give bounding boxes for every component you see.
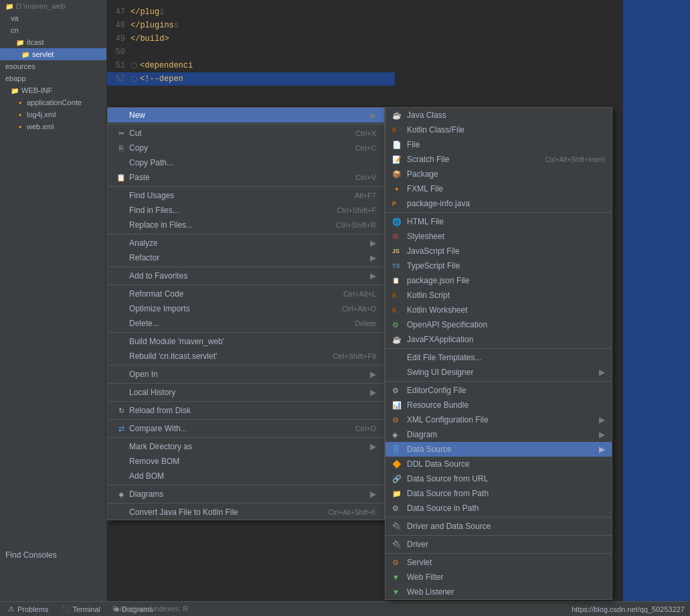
driver-icon: 🔌 xyxy=(392,540,404,549)
submenu-xml-config[interactable]: ⚙ XML Configuration File ▶ xyxy=(385,412,612,427)
menu-item-paste[interactable]: 📋 Paste Ctrl+V xyxy=(108,170,384,185)
ide-background: 📁 D:\maven_web va cn 📁 itcast 📁 servlet … xyxy=(0,0,690,616)
submenu-editorconfig[interactable]: ⚙ EditorConfig File xyxy=(385,383,612,398)
submenu-sep-3 xyxy=(385,381,612,382)
menu-item-rebuild[interactable]: Rebuild 'cn.itcast.servlet' Ctrl+Shift+F… xyxy=(108,349,384,364)
submenu-package-info[interactable]: P package-info.java xyxy=(385,196,612,211)
problems-tab[interactable]: ⚠ Problems xyxy=(5,603,51,615)
menu-item-copypath[interactable]: Copy Path... xyxy=(108,155,384,170)
menu-item-refactor[interactable]: Refactor ▶ xyxy=(108,250,384,265)
left-panel-cn[interactable]: cn xyxy=(0,24,106,36)
menu-item-buildmodule[interactable]: Build Module 'maven_web' xyxy=(108,334,384,349)
submenu-html[interactable]: 🌐 HTML File xyxy=(385,214,612,229)
menu-item-reformat[interactable]: Reformat Code Ctrl+Alt+L xyxy=(108,287,384,301)
menu-separator-2 xyxy=(108,186,384,187)
submenu-edit-templates[interactable]: Edit File Templates... xyxy=(385,350,612,365)
html-icon: 🌐 xyxy=(392,218,404,226)
left-panel-root[interactable]: 📁 D:\maven_web xyxy=(0,0,106,12)
left-panel-va[interactable]: va xyxy=(0,12,106,24)
left-panel-servlet[interactable]: 📁 servlet xyxy=(0,48,106,60)
submenu-kotlin-worksheet[interactable]: K Kotlin Worksheet xyxy=(385,303,612,317)
menu-item-cut[interactable]: ✂ Cut Ctrl+X xyxy=(108,126,384,141)
menu-item-optimizeimports[interactable]: Optimize Imports Ctrl+Alt+O xyxy=(108,301,384,316)
submenu-stylesheet[interactable]: ⚙ Stylesheet xyxy=(385,229,612,244)
left-panel-webxml[interactable]: 🔸 web.xml xyxy=(0,121,106,133)
submenu-servlet[interactable]: ⚙ Servlet xyxy=(385,555,612,570)
menu-item-convertjava[interactable]: Convert Java File to Kotlin File Ctrl+Al… xyxy=(108,505,384,520)
left-panel: 📁 D:\maven_web va cn 📁 itcast 📁 servlet … xyxy=(0,0,107,616)
submenu-ddl[interactable]: 🔶 DDL Data Source xyxy=(385,457,612,471)
menu-item-new[interactable]: New ▶ xyxy=(108,108,384,123)
submenu-openapi[interactable]: ⚙ OpenAPI Specification xyxy=(385,317,612,332)
submenu-driver[interactable]: 🔌 Driver xyxy=(385,537,612,552)
submenu-package[interactable]: 📦 Package xyxy=(385,167,612,181)
javafx-icon: ☕ xyxy=(392,335,404,344)
left-panel-appcontext[interactable]: 🔸 applicationConte xyxy=(0,96,106,108)
java-class-icon: ☕ xyxy=(392,111,404,120)
submenu-web-filter[interactable]: ▼ Web Filter xyxy=(385,570,612,585)
context-menu: New ▶ ✂ Cut Ctrl+X ⎘ Copy Ctrl+C Copy Pa… xyxy=(107,107,385,520)
left-panel-itcast[interactable]: 📁 itcast xyxy=(0,36,106,48)
terminal-tab[interactable]: ⬛ Terminal xyxy=(59,604,103,615)
paste-icon: 📋 xyxy=(116,173,126,182)
code-line-51: 51 ⬡ <dependenci xyxy=(107,59,395,72)
code-line-52: 52 ⬡ <!--depen xyxy=(107,72,395,86)
submenu-js[interactable]: JS JavaScript File xyxy=(385,244,612,258)
menu-item-addbom[interactable]: Add BOM xyxy=(108,469,384,483)
submenu-ds-in-path[interactable]: ⚙ Data Source in Path xyxy=(385,501,612,516)
menu-item-markdirectoryas[interactable]: Mark Directory as ▶ xyxy=(108,439,384,454)
find-consoles-label: Find Consoles xyxy=(0,548,62,562)
submenu-sep-1 xyxy=(385,212,612,213)
driverds-icon: 🔌 xyxy=(392,522,404,531)
submenu-ds-from-url[interactable]: 🔗 Data Source from URL xyxy=(385,471,612,486)
submenu-web-listener[interactable]: ▼ Web Listener xyxy=(385,585,612,599)
menu-item-replaceinfiles[interactable]: Replace in Files... Ctrl+Shift+R xyxy=(108,218,384,232)
menu-item-delete[interactable]: Delete... Delete xyxy=(108,316,384,331)
submenu-ts[interactable]: TS TypeScript File xyxy=(385,258,612,273)
submenu-kotlin-script[interactable]: K Kotlin Script xyxy=(385,288,612,303)
submenu-javafx[interactable]: ☕ JavaFXApplication xyxy=(385,332,612,347)
menu-item-diagrams[interactable]: ◈ Diagrams ▶ xyxy=(108,487,384,502)
menu-item-findusages[interactable]: Find Usages Alt+F7 xyxy=(108,188,384,203)
menu-item-reloadfromdisk[interactable]: ↻ Reload from Disk xyxy=(108,403,384,418)
submenu-sep-2 xyxy=(385,348,612,349)
js-icon: JS xyxy=(392,248,404,254)
submenu-scratch-file[interactable]: 📝 Scratch File Ctrl+Alt+Shift+Insert xyxy=(385,152,612,167)
submenu-file[interactable]: 📄 File xyxy=(385,137,612,152)
dspath-icon: 📁 xyxy=(392,489,404,498)
menu-item-removebom[interactable]: Remove BOM xyxy=(108,454,384,469)
menu-item-addtofavorites[interactable]: Add to Favorites ▶ xyxy=(108,268,384,283)
menu-item-analyze[interactable]: Analyze ▶ xyxy=(108,236,384,250)
terminal-icon: ⬛ xyxy=(62,605,70,613)
submenu-kotlin-class[interactable]: K Kotlin Class/File xyxy=(385,123,612,137)
menu-item-findinfiles[interactable]: Find in Files... Ctrl+Shift+F xyxy=(108,203,384,218)
menu-item-localhistory[interactable]: Local History ▶ xyxy=(108,385,384,400)
submenu-ds-from-path[interactable]: 📁 Data Source from Path xyxy=(385,486,612,501)
scratch-icon: 📝 xyxy=(392,155,404,164)
reload-icon: ↻ xyxy=(116,406,126,415)
submenu-driver-and-ds[interactable]: 🔌 Driver and Data Source xyxy=(385,519,612,534)
menu-item-openin[interactable]: Open In ▶ xyxy=(108,367,384,382)
submenu-diagram[interactable]: ◈ Diagram ▶ xyxy=(385,427,612,442)
submenu-java-class[interactable]: ☕ Java Class xyxy=(385,108,612,123)
left-panel-log4j[interactable]: 🔸 log4j.xml xyxy=(0,108,106,121)
submenu-sep-4 xyxy=(385,517,612,518)
status-url: https://blog.csdn.net/qq_50253227 xyxy=(572,605,685,613)
left-panel-webinf[interactable]: 📁 WEB-INF xyxy=(0,84,106,96)
submenu-json[interactable]: 📋 package.json File xyxy=(385,273,612,288)
weblistener-icon: ▼ xyxy=(392,588,404,596)
submenu-resourcebundle[interactable]: 📊 Resource Bundle xyxy=(385,398,612,412)
left-panel-resources[interactable]: esources xyxy=(0,60,106,72)
code-line-50: 50 xyxy=(107,46,395,59)
package-icon: 📦 xyxy=(392,170,404,179)
dsurl-icon: 🔗 xyxy=(392,475,404,483)
left-panel-webapp[interactable]: ebapp xyxy=(0,72,106,84)
menu-item-comparewith[interactable]: ⇄ Compare With... Ctrl+D xyxy=(108,421,384,436)
submenu-datasource[interactable]: 🗄 Data Source ▶ xyxy=(385,442,612,457)
menu-separator-13 xyxy=(108,503,384,504)
css-icon: ⚙ xyxy=(392,232,404,241)
submenu-swing-ui[interactable]: Swing UI Designer ▶ xyxy=(385,365,612,380)
menu-item-copy[interactable]: ⎘ Copy Ctrl+C xyxy=(108,141,384,155)
submenu-fxml[interactable]: 🔸 FXML File xyxy=(385,181,612,196)
bottom-bar: ⚠ Problems ⬛ Terminal ◈ Diagrams https:/… xyxy=(0,601,690,616)
